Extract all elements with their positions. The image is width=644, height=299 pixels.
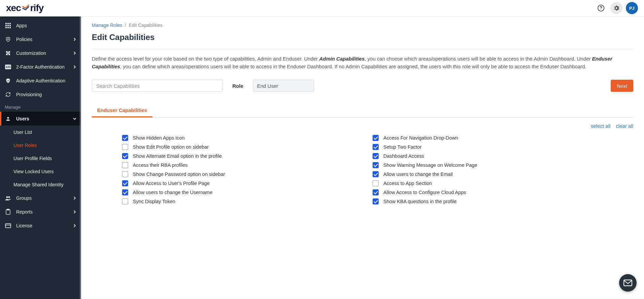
- sidebar-item-label: Apps: [16, 23, 27, 28]
- capability-checkbox[interactable]: [122, 153, 128, 159]
- capability-checkbox[interactable]: [373, 171, 379, 177]
- capability-checkbox[interactable]: [122, 135, 128, 141]
- capability-label: Allow Access to User's Profile Page: [133, 181, 210, 186]
- next-button[interactable]: Next: [611, 80, 633, 92]
- breadcrumb: Manage Roles / Edit Capabilities: [92, 23, 633, 28]
- sidebar-item-label: Adaptive Authentication: [16, 78, 65, 83]
- svg-point-15: [6, 196, 8, 198]
- capability-row: Setup Two Factor: [373, 144, 603, 150]
- sidebar-item-label: Customization: [16, 50, 46, 56]
- role-label: Role: [232, 83, 243, 89]
- clear-all-link[interactable]: clear all: [616, 123, 633, 129]
- sidebar-item-policies[interactable]: Policies: [0, 32, 81, 46]
- intro-part3: , you can define which areas/operations …: [120, 64, 586, 69]
- capability-row: Access their RBA profiles: [122, 162, 352, 168]
- svg-rect-19: [5, 223, 11, 227]
- sidebar-sub-label: Manage Shared Identity: [13, 182, 64, 187]
- sidebar-sub-manage-shared-identity[interactable]: Manage Shared Identity: [0, 178, 81, 191]
- sidebar-section-manage: Manage: [0, 101, 81, 112]
- chevron-right-icon: [73, 210, 76, 214]
- sidebar-item-groups[interactable]: Groups: [0, 191, 81, 205]
- capability-label: Allow users to change the Username: [133, 190, 213, 195]
- main-content: Manage Roles / Edit Capabilities Edit Ca…: [81, 16, 644, 299]
- capability-label: Show Hidden Apps Icon: [133, 135, 185, 141]
- capability-row: Access For Navigation Drop-Down: [373, 135, 603, 141]
- svg-rect-18: [7, 209, 9, 210]
- help-icon[interactable]: [595, 2, 607, 14]
- capability-row: Show Warning Message on Welcome Page: [373, 162, 603, 168]
- capability-checkbox[interactable]: [122, 171, 128, 177]
- capability-checkbox[interactable]: [122, 144, 128, 150]
- card-icon: [5, 223, 11, 228]
- sync-icon: [5, 92, 11, 97]
- capability-label: Allow users to change the Email: [383, 172, 453, 177]
- sidebar-item-users[interactable]: Users: [0, 112, 81, 125]
- sidebar-item-label: Provisioning: [16, 92, 42, 97]
- svg-rect-9: [7, 27, 9, 28]
- svg-rect-3: [7, 23, 9, 24]
- sidebar-item-customization[interactable]: Customization: [0, 46, 81, 60]
- select-all-link[interactable]: select all: [591, 123, 610, 129]
- chevron-right-icon: [73, 224, 76, 227]
- sidebar-item-provisioning[interactable]: Provisioning: [0, 87, 81, 101]
- sidebar-sub-label: View Locked Users: [13, 169, 54, 174]
- breadcrumb-parent[interactable]: Manage Roles: [92, 23, 122, 28]
- sidebar-item-adaptive-auth[interactable]: Adaptive Authentication: [0, 74, 81, 87]
- role-value: End User: [253, 80, 314, 92]
- breadcrumb-sep: /: [123, 23, 129, 28]
- capability-checkbox[interactable]: [373, 180, 379, 186]
- capability-checkbox[interactable]: [373, 198, 379, 204]
- search-input[interactable]: [92, 80, 223, 92]
- sidebar: Apps Policies Customization 123 2-F: [0, 16, 81, 299]
- bulk-actions: select all clear all: [92, 123, 633, 129]
- header-actions: PJ: [595, 2, 638, 14]
- gear-icon[interactable]: [610, 2, 622, 14]
- capability-checkbox[interactable]: [122, 198, 128, 204]
- capabilities-col-right: Access For Navigation Drop-DownSetup Two…: [373, 135, 603, 208]
- sidebar-item-apps[interactable]: Apps: [0, 18, 81, 32]
- capability-row: Allow users to change the Username: [122, 189, 352, 195]
- capability-row: Access to App Section: [373, 180, 603, 186]
- capability-label: Access their RBA profiles: [133, 162, 188, 168]
- capability-checkbox[interactable]: [373, 135, 379, 141]
- capability-row: Sync Display Token: [122, 198, 352, 204]
- avatar[interactable]: PJ: [626, 2, 638, 14]
- brand-logo: xec rify: [6, 3, 43, 13]
- capability-checkbox[interactable]: [122, 180, 128, 186]
- grid-icon: [5, 23, 11, 28]
- svg-point-1: [601, 9, 601, 10]
- capability-checkbox[interactable]: [122, 162, 128, 168]
- shield-check-icon: [5, 78, 11, 83]
- capability-checkbox[interactable]: [373, 144, 379, 150]
- divider: [92, 49, 633, 49]
- page-title: Edit Capabilities: [92, 33, 633, 42]
- svg-point-11: [7, 38, 9, 40]
- sidebar-sub-view-locked-users[interactable]: View Locked Users: [0, 165, 81, 178]
- sidebar-sub-user-roles[interactable]: User Roles: [0, 139, 81, 152]
- sidebar-sub-user-profile-fields[interactable]: User Profile Fields: [0, 152, 81, 165]
- sidebar-sub-user-list[interactable]: User List: [0, 125, 81, 139]
- capability-row: Show KBA questions in the profile: [373, 198, 603, 204]
- capability-row: Show Alternate Email option in the profi…: [122, 153, 352, 159]
- capability-row: Show Change Password option on sidebar: [122, 171, 352, 177]
- capability-checkbox[interactable]: [373, 189, 379, 195]
- chevron-down-icon: [73, 117, 76, 120]
- sidebar-item-2fa[interactable]: 123 2-Factor Authentication: [0, 60, 81, 74]
- capability-label: Access to App Section: [383, 181, 432, 186]
- svg-rect-6: [7, 25, 9, 26]
- sidebar-item-reports[interactable]: Reports: [0, 205, 81, 219]
- capability-label: Show Edit Profile option on sidebar: [133, 144, 209, 150]
- capability-row: Show Hidden Apps Icon: [122, 135, 352, 141]
- user-icon: [5, 116, 11, 121]
- capability-row: Dashboard Access: [373, 153, 603, 159]
- capability-checkbox[interactable]: [373, 162, 379, 168]
- intro-part1: Define the access level for your role ba…: [92, 56, 319, 62]
- capability-checkbox[interactable]: [122, 189, 128, 195]
- tab-enduser-capabilities[interactable]: Enduser Capabilities: [92, 104, 152, 117]
- sidebar-item-license[interactable]: License: [0, 219, 81, 232]
- chevron-right-icon: [73, 38, 76, 41]
- capability-checkbox[interactable]: [373, 153, 379, 159]
- sidebar-item-label: Policies: [16, 37, 32, 42]
- chat-fab[interactable]: [619, 274, 637, 292]
- mail-icon: [623, 279, 632, 286]
